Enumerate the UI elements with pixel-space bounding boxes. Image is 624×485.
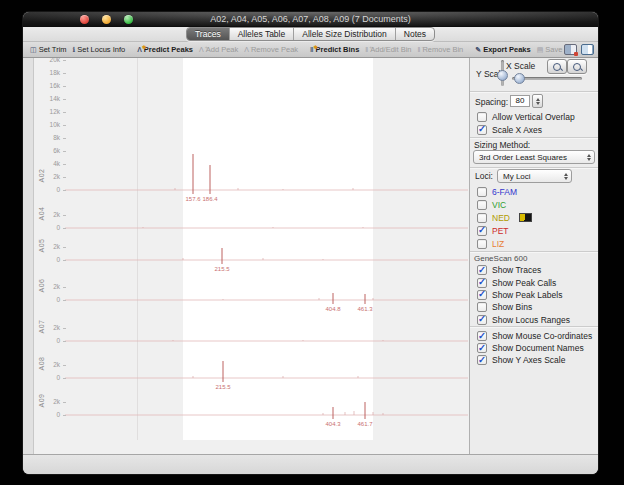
predict-peaks-icon: Λ✱ [137,46,142,54]
show-options-list: Show TracesShow Peak CallsShow Peak Labe… [470,264,598,326]
show-peak-calls-label: Show Peak Calls [492,278,556,288]
dye-pet-row: PET [470,224,598,237]
dye-vic-checkbox[interactable] [477,200,487,210]
title-bar[interactable]: A02, A04, A05, A06, A07, A08, A09 (7 Doc… [23,12,598,27]
show-mouse-co-ordinates-row: Show Mouse Co-ordinates [470,330,598,342]
show-peak-calls-checkbox[interactable] [477,278,487,288]
y-tick-mark [63,151,66,152]
peak-size-label: 186.4 [202,196,218,202]
document-row-label: A05 [38,231,45,261]
dye-liz-checkbox[interactable] [477,239,487,249]
show-document-names-label: Show Document Names [492,343,584,353]
y-tick-mark [63,402,66,403]
export-peaks-icon: ✎ [475,46,481,54]
peak-size-label: 404.3 [325,421,341,427]
x-scale-slider[interactable] [512,77,582,80]
y-tick-mark [63,287,66,288]
y-tick-mark [63,60,66,61]
dye-ned-row: NED [470,211,598,224]
show-bins-checkbox[interactable] [477,302,487,312]
show-y-axes-scale-row: Show Y Axes Scale [470,354,598,366]
dye-ned-checkbox[interactable] [477,213,487,223]
y-tick-label: 14k [33,95,60,103]
sizing-method-label: Sizing Method: [474,140,530,150]
export-peaks-button[interactable]: ✎Export Peaks [472,45,533,54]
show-locus-ranges-checkbox[interactable] [477,315,487,325]
dye-vic-label: VIC [492,200,506,210]
sizing-method-value: 3rd Order Least Squares [479,153,567,162]
color-panel-icon[interactable] [564,44,577,55]
scale-x-axes-checkbox[interactable] [477,125,487,135]
show-document-names-checkbox[interactable] [477,343,487,353]
allow-vertical-overlap-label: Allow Vertical Overlap [492,112,575,122]
show-y-axes-scale-checkbox[interactable] [477,355,487,365]
y-tick-mark [63,228,66,229]
set-locus-info-button[interactable]: ℹSet Locus Info [70,45,129,54]
show-locus-ranges-row: Show Locus Ranges [470,314,598,326]
split-view-icon[interactable] [581,44,594,55]
allow-vertical-overlap-row: Allow Vertical Overlap [470,110,598,123]
y-scale-slider-thumb[interactable] [497,70,508,81]
dye-liz-label: LIZ [492,239,504,249]
tab-alleles-table[interactable]: Alleles Table [229,28,294,40]
y-tick-mark [63,138,66,139]
sizing-method-dropdown[interactable]: 3rd Order Least Squares [473,150,595,164]
show-traces-checkbox[interactable] [477,265,487,275]
allow-vertical-overlap-checkbox[interactable] [477,112,487,122]
toolbar-label: Predict Bins [316,45,360,54]
document-row-label: A08 [38,349,45,379]
y-scale-slider[interactable] [501,60,504,86]
save-icon: ▤ [537,46,544,54]
spacing-label: Spacing: [475,97,508,107]
scale-x-axes-row: Scale X Axes [470,123,598,136]
toolbar-label: Set Trim [39,45,67,54]
ned-dye-swatch-icon [519,213,532,222]
document-row-label: A06 [38,271,45,301]
document-row-label: A09 [38,386,45,416]
spacing-stepper[interactable] [532,94,543,108]
traces-chart[interactable]: 157.6186.4215.5404.8461.3215.5404.3461.7… [23,58,469,454]
show-peak-labels-checkbox[interactable] [477,290,487,300]
document-row-label: A04 [38,199,45,229]
toolbar-label: Set Locus Info [77,45,125,54]
show-bins-label: Show Bins [492,302,532,312]
predict-bins-button[interactable]: ‖✱Predict Bins [307,45,362,54]
loci-label: Loci: [475,171,493,181]
dye-6-fam-row: 6-FAM [470,185,598,198]
dye-pet-checkbox[interactable] [477,226,487,236]
x-zoom-out-button[interactable] [547,59,567,74]
loci-dropdown[interactable]: My Loci [497,169,572,183]
show-mouse-co-ordinates-checkbox[interactable] [477,331,487,341]
dye-6-fam-checkbox[interactable] [477,187,487,197]
spacing-input[interactable]: 80 [510,95,530,107]
add-edit-bin-icon: ‖+ [365,46,368,54]
x-zoom-in-button[interactable] [567,59,587,74]
status-bar [23,454,598,474]
y-tick-label: 20k [33,58,60,64]
toolbar-label: Predict Peaks [144,45,193,54]
remove-bin-button: ‖−Remove Bin [415,45,467,54]
predict-bins-icon: ‖✱ [310,46,313,54]
dye-checkbox-list: 6-FAMVICNEDPETLIZ [470,185,598,250]
dropdown-arrows-icon [587,151,591,163]
y-tick-mark [63,112,66,113]
trace-row-A07 [65,340,468,341]
toolbar-label: Export Peaks [483,45,531,54]
tab-notes[interactable]: Notes [395,28,434,40]
y-tick-label: 6k [33,147,60,155]
show-traces-row: Show Traces [470,264,598,276]
toolbar-label: Add Peak [206,45,239,54]
separator [470,167,598,168]
predict-peaks-button[interactable]: Λ✱Predict Peaks [134,45,196,54]
tab-traces[interactable]: Traces [187,28,229,40]
tab-allele-size-distribution[interactable]: Allele Size Distribution [293,28,395,40]
separator [470,326,598,327]
show-mouse-co-ordinates-label: Show Mouse Co-ordinates [492,331,592,341]
y-tick-mark [63,341,66,342]
x-scale-slider-thumb[interactable] [514,73,525,84]
toolbar-label: Remove Bin [422,45,463,54]
set-trim-button[interactable]: ◫Set Trim [27,45,70,54]
y-tick-label: 8k [33,134,60,142]
add-peak-button: Λ+Add Peak [196,45,241,54]
remove-peak-icon: Λ− [244,46,249,54]
